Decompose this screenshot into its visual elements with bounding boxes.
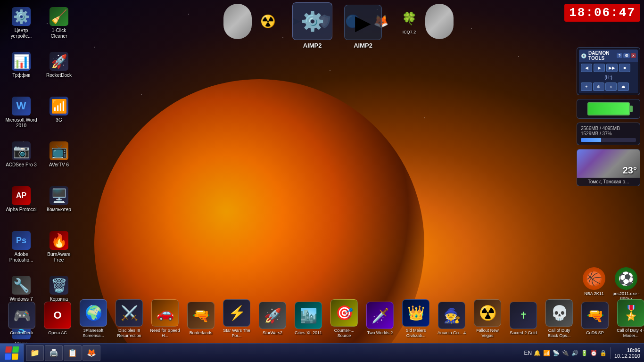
daemon-prev-btn[interactable]: ◀ [581, 64, 592, 72]
desktop-icon-traffic[interactable]: 📊 Трффик [5, 49, 38, 92]
controldeck-icon: 🎮 [8, 302, 35, 329]
desktop-icon-3g[interactable]: 📶 3G [42, 94, 75, 137]
aimp-logo-area[interactable]: ▶ AIMP2 [344, 5, 382, 49]
desktop-icon-kompyuter[interactable]: 🖥️ Компьютер [42, 184, 75, 226]
taskbar-media-btn[interactable]: 📋 [64, 345, 82, 361]
tray-security-icon[interactable]: 🔒 [600, 349, 607, 357]
game-3planesoft[interactable]: 🌍 3Planesoft Screensa... [76, 299, 110, 338]
taskbar-explorer-btn[interactable]: 📁 [26, 345, 44, 361]
taskbar-firefox-btn[interactable]: 🦊 [83, 345, 100, 361]
game-sidmeiers[interactable]: 👑 Sid Meiers Civilizati... [399, 299, 433, 338]
tray-antivirus-icon[interactable]: 🔔 [534, 349, 541, 357]
rocketdock-label: RocketDock [46, 73, 72, 78]
1click-icon: 🧹 [50, 7, 68, 26]
center-label: Центр устройс... [5, 28, 37, 39]
game-cities[interactable]: 🏙️ Cities XL 2011 [291, 302, 325, 336]
weather-widget[interactable]: 23° Томск, Томская о... [577, 149, 640, 186]
sacred2-icon: ✝ [510, 302, 537, 329]
game-twoworlds[interactable]: 🗡️ Two Worlds 2 [363, 302, 397, 336]
desktop-icon-center-ustrojstv[interactable]: ⚙️ Центр устройс... [5, 5, 38, 47]
center-icon: ⚙️ [12, 7, 31, 26]
start-button[interactable] [0, 344, 24, 362]
traffic-label: Трффик [12, 73, 30, 78]
daemon-play-btn[interactable]: ▶ [594, 64, 605, 72]
daemon-remove-btn[interactable]: × [605, 82, 617, 91]
starwars2-icon: 🚀 [259, 302, 286, 329]
daemon-close-btn[interactable]: × [631, 53, 636, 58]
desktop-icon-1click[interactable]: 🧹 1-Click Cleaner [42, 5, 75, 47]
burnaware-icon: 🔥 [50, 231, 68, 250]
tray-usb-icon[interactable]: 🔌 [562, 349, 570, 357]
clock-display: 18:06:47 [564, 4, 640, 22]
win7manager-icon: 🔧 [12, 276, 31, 295]
right-widgets-panel: 💿 DAEMON TOOLS ? ⚙ × ◀ ▶ ▶▶ ■ (H:) + [577, 47, 640, 186]
tray-wifi-icon[interactable]: 📡 [553, 349, 560, 357]
game-borderlands[interactable]: 🔫 Borderlands [184, 302, 218, 336]
weather-temp: 23° [623, 165, 637, 176]
game-sacred2[interactable]: ✝ Sacred 2 Gold [506, 302, 540, 336]
daemon-add-btn[interactable]: + [581, 82, 592, 91]
alpha-label: Alpha Protocol [6, 207, 36, 213]
sidmeiers-label: Sid Meiers Civilizati... [399, 328, 432, 338]
game-opera[interactable]: O Opera AC [41, 302, 74, 336]
tray-volume-icon[interactable]: 🔊 [571, 349, 579, 357]
daemon-header: 💿 DAEMON TOOLS ? ⚙ × [579, 49, 638, 62]
opera-label: Opera AC [48, 330, 67, 336]
desktop-icon-rocketdock[interactable]: 🚀 RocketDock [42, 49, 75, 92]
game-arcania[interactable]: 🧙 Arcania.Go... 4 [435, 302, 469, 336]
desktop-icon-msword[interactable]: W Microsoft Word 2010 [5, 94, 38, 137]
daemon-help-btn[interactable]: ? [617, 53, 622, 58]
tray-network-icon[interactable]: 📶 [543, 349, 551, 357]
game-cod6[interactable]: 🔫 CoD6 SP [578, 302, 612, 336]
daemon-next-btn[interactable]: ▶▶ [606, 64, 618, 72]
game-cod-blackops[interactable]: 💀 Call of Duty Black Ops... [542, 299, 576, 338]
dock-left-end [223, 4, 252, 39]
twoworlds-icon: 🗡️ [366, 302, 394, 329]
sacred2-label: Sacred 2 Gold [510, 330, 537, 336]
3planesoft-label: 3Planesoft Screensa... [77, 328, 110, 338]
win-logo-red [5, 346, 12, 353]
game-fallout[interactable]: ☢️ Fallout New Vegas [471, 299, 504, 338]
desktop-icon-photoshop[interactable]: Ps Adobe Photosho... [5, 229, 38, 271]
windows-logo [4, 346, 18, 360]
desktop-icon-alpha[interactable]: AP Alpha Protocol [5, 184, 38, 226]
taskbar-ie-btn[interactable]: 🖨️ [45, 345, 63, 361]
daemon-settings-btn[interactable]: ⚙ [623, 53, 630, 58]
game-disciples3[interactable]: ⚔️ Disciples III Resurrection [112, 299, 146, 338]
aimp-icon[interactable]: ⚙️ [292, 2, 332, 40]
msword-icon: W [12, 97, 31, 115]
game-nfs[interactable]: 🚗 Need for Speed H... [148, 299, 182, 338]
aimp-player: ⚙️ AIMP2 [292, 2, 332, 49]
desktop-icon-burnaware[interactable]: 🔥 BurnAware Free [42, 229, 75, 271]
taskbar-right-area: EN 🔔 📶 📡 🔌 🔊 🔋 ⏰ 🔒 18:06 10.12.2010 [524, 347, 644, 359]
daemon-mount-btn[interactable]: ⊕ [593, 82, 604, 91]
nfs-label: Need for Speed H... [149, 328, 182, 338]
borderlands-label: Borderlands [190, 330, 213, 336]
dock-icon-radioactive[interactable]: ☢️ [256, 10, 280, 33]
game-starwars2[interactable]: 🚀 StarWars2 [256, 302, 289, 336]
daemon-eject-btn[interactable]: ⏏ [618, 82, 629, 91]
3g-icon: 📶 [50, 97, 68, 115]
daemon-stop-btn[interactable]: ■ [619, 64, 630, 72]
taskbar-clock[interactable]: 18:06 10.12.2010 [610, 347, 640, 359]
game-counter[interactable]: 🎯 Counter-... Source [327, 299, 361, 338]
cod4-icon: 🎖️ [617, 299, 644, 327]
tray-battery-icon[interactable]: 🔋 [581, 349, 588, 357]
game-controldeck[interactable]: 🎮 ControlDeck [5, 302, 39, 336]
game-cod4[interactable]: 🎖️ Call of Duty 4 - Moder... [614, 299, 644, 338]
desktop-icon-avertv[interactable]: 📺 AVerTV 6 [42, 139, 75, 181]
photoshop-icon: Ps [12, 231, 31, 250]
icq-icon: 🍀 [399, 8, 420, 29]
system-tray: EN 🔔 📶 📡 🔌 🔊 🔋 ⏰ 🔒 [524, 349, 607, 357]
cod6-label: CoD6 SP [586, 330, 604, 336]
daemon-drive-label: (H:) [581, 74, 636, 81]
starwars-force-label: Star Wars The For... [220, 328, 253, 338]
tray-clock-icon[interactable]: ⏰ [590, 349, 598, 357]
desktop-icon-acdsee[interactable]: 📷 ACDSee Pro 3 [5, 139, 38, 181]
3g-label: 3G [56, 117, 62, 123]
dock-icon-icq[interactable]: 🍀 ICQ7.2 [397, 7, 421, 35]
disciples3-icon: ⚔️ [116, 299, 143, 327]
game-starwars-force[interactable]: ⚡ Star Wars The For... [220, 299, 254, 338]
sidmeiers-icon: 👑 [402, 299, 429, 327]
fallout-label: Fallout New Vegas [471, 328, 504, 338]
